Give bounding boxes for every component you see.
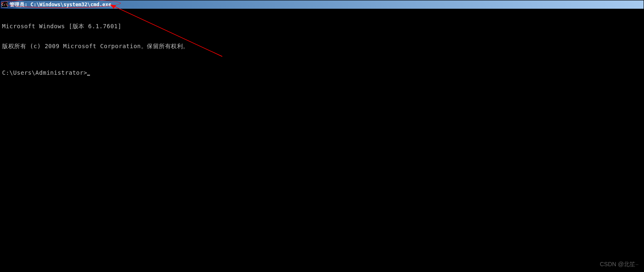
prompt-text: C:\Users\Administrator> <box>2 69 87 76</box>
window-title: 管理员: C:\Windows\system32\cmd.exe <box>10 1 112 8</box>
cursor <box>87 75 90 76</box>
cmd-icon: C:\ <box>1 2 8 7</box>
cmd-window: C:\ 管理员: C:\Windows\system32\cmd.exe Mic… <box>0 0 644 272</box>
version-line: Microsoft Windows [版本 6.1.7601] <box>2 23 642 29</box>
titlebar[interactable]: C:\ 管理员: C:\Windows\system32\cmd.exe <box>0 0 644 9</box>
terminal-output[interactable]: Microsoft Windows [版本 6.1.7601] 版权所有 (c)… <box>0 9 644 272</box>
watermark-text: CSDN @北笙·· <box>600 261 639 268</box>
prompt-line: C:\Users\Administrator> <box>2 69 642 76</box>
copyright-line: 版权所有 (c) 2009 Microsoft Corporation。保留所有… <box>2 43 642 49</box>
